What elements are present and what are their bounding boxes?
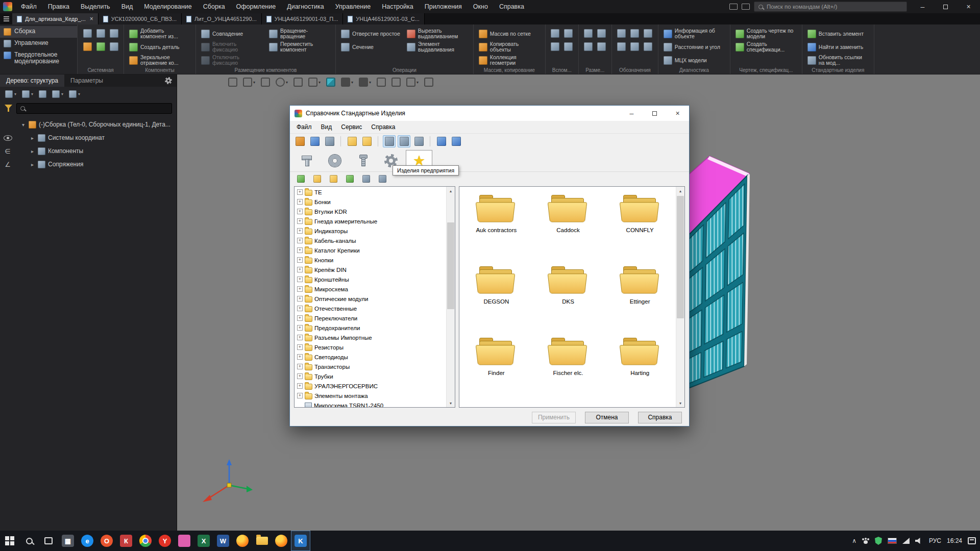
snap-grid-button[interactable] xyxy=(228,78,237,87)
app-browser-orange[interactable]: O xyxy=(97,531,116,551)
relations-view-button[interactable]: ▾ xyxy=(22,90,33,98)
roughness-button[interactable] xyxy=(629,27,641,39)
menubar-item-2[interactable]: Выделить xyxy=(75,0,116,13)
history-clock-button[interactable] xyxy=(323,135,336,147)
expand-plus-icon[interactable]: + xyxy=(297,218,303,224)
menubar-item-12[interactable]: Справка xyxy=(494,0,530,13)
expand-plus-icon[interactable]: + xyxy=(297,238,303,243)
catalog-tree-item-5[interactable]: +Кабель-каналы xyxy=(295,236,446,245)
expander-icon[interactable]: ▾ xyxy=(20,122,26,128)
ribbon-button[interactable]: Обновить ссылки на мод... xyxy=(806,54,870,67)
catalog-tree-item-4[interactable]: +Индикаторы xyxy=(295,226,446,236)
preview-button[interactable] xyxy=(108,27,120,39)
document-tab-1[interactable]: УСК10200000_СБ_ПВЗ... xyxy=(99,13,182,24)
menubar-item-8[interactable]: Управление xyxy=(330,0,377,13)
catalog-tree-item-9[interactable]: +Кронштейны xyxy=(295,274,446,284)
dialog-minimize-button[interactable]: – xyxy=(620,106,643,121)
catalog-tree-item-18[interactable]: +Транзисторы xyxy=(295,362,446,371)
model-tree-item-2[interactable]: ∈▸Компоненты xyxy=(0,144,177,158)
system-settings-button[interactable] xyxy=(108,40,120,53)
catalog-tree-item-12[interactable]: +Отечественные xyxy=(295,304,446,313)
expand-plus-icon[interactable]: + xyxy=(297,335,303,340)
notification-center-icon[interactable] xyxy=(968,537,976,544)
expand-plus-icon[interactable]: + xyxy=(297,373,303,379)
ribbon-button[interactable]: Создать чертеж по модели xyxy=(734,27,798,40)
model-tree-item-3[interactable]: ∠▸Сопряжения xyxy=(0,158,177,171)
ribbon-button[interactable]: Создать деталь xyxy=(128,40,192,54)
ribbon-button[interactable]: Вырезать выдавливанием xyxy=(405,27,470,40)
auto-dimension-button[interactable] xyxy=(582,27,595,39)
aux-point-button[interactable] xyxy=(562,40,575,53)
list-view-button[interactable] xyxy=(412,135,425,147)
volume-icon[interactable] xyxy=(915,537,923,544)
orientation-triad[interactable] xyxy=(198,459,254,507)
ribbon-button[interactable]: Элемент выдавливания xyxy=(405,40,470,54)
catalog-tree-item-1[interactable]: +Бонки xyxy=(295,197,446,207)
app-browser-orange-2[interactable] xyxy=(272,531,291,551)
ribbon-button[interactable]: Вращение-вращение xyxy=(267,27,332,40)
catalog-tree-item-16[interactable]: +Резисторы xyxy=(295,342,446,352)
workspace-mode-2[interactable]: Твердотельное моделирование xyxy=(0,49,77,67)
catalog-folder-0[interactable]: Auk contractors xyxy=(460,190,532,261)
expand-plus-icon[interactable]: + xyxy=(297,306,303,311)
display-mode-button[interactable]: ▾ xyxy=(341,78,353,87)
expand-plus-icon[interactable]: + xyxy=(297,267,303,272)
washers-tab[interactable] xyxy=(322,150,348,171)
catalog-folder-1[interactable]: Caddock xyxy=(532,190,604,261)
search-button[interactable] xyxy=(19,531,39,551)
expand-plus-icon[interactable]: + xyxy=(297,344,303,350)
pan-button[interactable] xyxy=(293,78,303,87)
menubar-item-9[interactable]: Настройка xyxy=(376,0,419,13)
zoom-button[interactable]: ▾ xyxy=(276,78,288,87)
catalog-tree-item-14[interactable]: +Предохранители xyxy=(295,323,446,333)
tree-search-input[interactable] xyxy=(28,105,168,112)
about-button[interactable] xyxy=(450,135,462,147)
clip-section-button[interactable] xyxy=(377,78,386,87)
app-chrome[interactable] xyxy=(136,531,155,551)
model-tree-item-1[interactable]: ▸Системы координат xyxy=(0,131,177,144)
radial-dimension-button[interactable] xyxy=(582,40,595,53)
marker-button[interactable] xyxy=(629,40,641,53)
minimize-button[interactable]: – xyxy=(911,0,934,13)
large-icons-view-button[interactable] xyxy=(383,135,396,147)
menubar-item-1[interactable]: Правка xyxy=(42,0,75,13)
menubar-item-3[interactable]: Вид xyxy=(116,0,139,13)
catalog-folder-2[interactable]: CONNFLY xyxy=(604,190,676,261)
filter-button[interactable]: ▾ xyxy=(406,78,419,87)
local-frame-button[interactable] xyxy=(261,78,270,87)
ribbon-button[interactable]: Переместить компонент xyxy=(267,40,332,54)
ribbon-button[interactable]: Коллекция геометрии xyxy=(477,54,542,67)
tab-tree-structure[interactable]: Дерево: структура xyxy=(0,74,64,87)
catalog-folder-7[interactable]: Fischer elc. xyxy=(532,333,604,404)
ribbon-button[interactable]: МЦХ модели xyxy=(662,54,726,67)
open-document-button[interactable] xyxy=(81,27,93,39)
layers-button[interactable] xyxy=(424,78,433,87)
expand-plus-icon[interactable]: + xyxy=(297,257,303,263)
ribbon-button[interactable]: Вставить элемент xyxy=(806,27,870,40)
ribbon-button[interactable]: Создать спецификаци... xyxy=(734,40,798,54)
workspace-mode-0[interactable]: Сборка xyxy=(0,26,77,38)
app-kompas[interactable]: K xyxy=(291,531,310,551)
catalog-tree-item-10[interactable]: +Микросхема xyxy=(295,284,446,294)
dialog-maximize-button[interactable] xyxy=(643,106,666,121)
tree-search-field[interactable] xyxy=(16,103,172,114)
catalog-tree-leaf[interactable]: Микросхема TSRN1-2450 xyxy=(295,400,446,407)
catalog-tree-item-20[interactable]: +УРАЛЭНЕРГОСЕРВИС xyxy=(295,381,446,391)
menubar-item-5[interactable]: Сборка xyxy=(198,0,231,13)
ribbon-button[interactable]: Отверстие простое xyxy=(339,27,402,40)
ribbon-button[interactable]: Сечение xyxy=(339,40,402,54)
expand-plus-icon[interactable]: + xyxy=(297,228,303,234)
expander-icon[interactable]: ▸ xyxy=(30,162,35,167)
find-binoculars-button[interactable] xyxy=(308,135,321,147)
app-edge[interactable]: e xyxy=(78,531,97,551)
aux-plane-button[interactable] xyxy=(562,27,575,39)
aux-axis-button[interactable] xyxy=(549,27,561,39)
catalog-tree-item-8[interactable]: +Крепёж DIN xyxy=(295,265,446,274)
datum-button[interactable] xyxy=(642,27,654,39)
linear-dimension-button[interactable] xyxy=(596,27,608,39)
hide-objects-button[interactable]: ▾ xyxy=(359,78,371,87)
catalog-tree-item-17[interactable]: +Светодиоды xyxy=(295,352,446,362)
screws-tab[interactable] xyxy=(350,150,376,171)
dialog-close-button[interactable]: × xyxy=(666,106,689,121)
app-word[interactable]: W xyxy=(213,531,233,551)
